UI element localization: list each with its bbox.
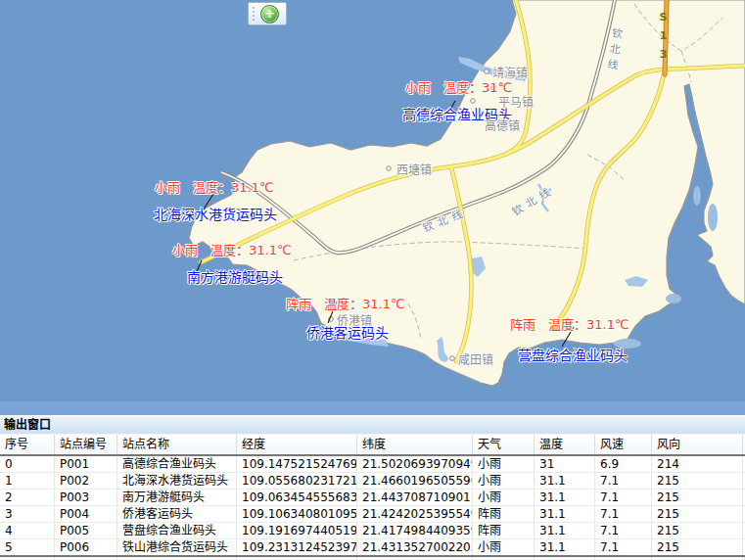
table-cell: 7.1 <box>595 539 652 555</box>
table-cell: 0 <box>0 456 55 472</box>
table-cell: 7.1 <box>595 523 652 538</box>
table-cell: 31 <box>535 456 595 472</box>
table-cell: 21.4660196505596 <box>357 473 473 489</box>
table-cell: 北海深水港货运码头 <box>117 473 237 489</box>
table-cell: 高德综合渔业码头 <box>117 456 237 472</box>
column-header[interactable]: 温度 <box>535 435 595 454</box>
panel-splitter[interactable] <box>0 401 745 415</box>
table-cell: 营盘综合渔业码头 <box>117 523 237 538</box>
column-header[interactable]: 站点名称 <box>117 435 237 454</box>
table-cell: 31.1 <box>535 473 595 489</box>
table-cell: 4 <box>0 523 55 538</box>
table-cell: 21.5020693970949 <box>357 456 473 472</box>
table-row[interactable]: 2P003南万港游艇码头109.06345455568321.443708710… <box>0 490 745 506</box>
table-row[interactable]: 4P005营盘综合渔业码头109.19169744051921.41749844… <box>0 523 745 539</box>
table-row[interactable]: 1P002北海深水港货运码头109.05568023172121.4660196… <box>0 473 745 490</box>
table-cell: 31.1 <box>535 539 595 555</box>
table-cell: P001 <box>55 456 117 472</box>
table-cell: 7.1 <box>595 506 652 522</box>
toolbar-grip-handle[interactable] <box>250 6 257 22</box>
column-header[interactable]: 经度 <box>237 435 357 454</box>
table-cell: 阵雨 <box>473 523 535 538</box>
table-cell: 109.147521524769 <box>237 456 357 472</box>
column-header[interactable]: 风速 <box>595 435 652 454</box>
table-cell: 3 <box>0 506 55 522</box>
table-cell: P004 <box>55 506 117 522</box>
table-cell: 7.1 <box>595 473 652 489</box>
table-cell: P002 <box>55 473 117 489</box>
table-cell: 1 <box>0 473 55 489</box>
column-header[interactable]: 纬度 <box>357 435 473 454</box>
table-cell: 小雨 <box>473 456 535 472</box>
table-cell: P005 <box>55 523 117 538</box>
table-cell: 215 <box>652 490 743 505</box>
table-cell: 215 <box>652 473 743 489</box>
map-svg[interactable] <box>0 0 745 401</box>
table-cell: 109.055680231721 <box>237 473 357 489</box>
map-toolbar: + <box>248 2 287 25</box>
map-canvas[interactable]: 小雨 温度：31℃ 小雨 温度：31.1℃ 小雨 温度：31.1℃ 阵雨 温度：… <box>0 0 745 401</box>
output-panel: 输出窗口 序号 站点编号 站点名称 经度 纬度 天气 温度 风速 风向 0P00… <box>0 415 745 560</box>
table-row[interactable]: 0P001高德综合渔业码头109.14752152476921.50206939… <box>0 456 745 473</box>
table-cell: 109.063454555683 <box>237 490 357 505</box>
table-cell: P006 <box>55 539 117 555</box>
table-cell: 铁山港综合货运码头 <box>117 539 237 555</box>
table-cell: 215 <box>652 523 743 538</box>
table-cell: 2 <box>0 490 55 505</box>
table-cell: 215 <box>652 539 743 555</box>
column-header[interactable]: 风向 <box>652 435 743 454</box>
table-cell: 109.231312452397 <box>237 539 357 555</box>
table-cell: 31.1 <box>535 506 595 522</box>
table-cell: 小雨 <box>473 473 535 489</box>
table-cell: 21.4242025395549 <box>357 506 473 522</box>
column-header[interactable]: 天气 <box>473 435 535 454</box>
table-cell: 小雨 <box>473 490 535 505</box>
table-row[interactable]: 5P006铁山港综合货运码头109.23131245239721.4313527… <box>0 539 745 557</box>
output-panel-title: 输出窗口 <box>0 415 745 435</box>
app-window: 小雨 温度：31℃ 小雨 温度：31.1℃ 小雨 温度：31.1℃ 阵雨 温度：… <box>0 0 745 560</box>
table-cell: 阵雨 <box>473 506 535 522</box>
table-cell: 109.106340801095 <box>237 506 357 522</box>
table-cell: 7.1 <box>595 490 652 505</box>
table-header-row: 序号 站点编号 站点名称 经度 纬度 天气 温度 风速 风向 <box>0 435 745 456</box>
table-cell: 侨港客运码头 <box>117 506 237 522</box>
table-cell: 31.1 <box>535 523 595 538</box>
column-header[interactable]: 站点编号 <box>55 435 117 454</box>
table-cell: P003 <box>55 490 117 505</box>
table-cell: 21.4174984409359 <box>357 523 473 538</box>
table-cell: 214 <box>652 456 743 472</box>
add-station-button[interactable]: + <box>260 5 279 23</box>
table-row[interactable]: 3P004侨港客运码头109.10634080109521.4242025395… <box>0 506 745 523</box>
table-cell: 215 <box>652 506 743 522</box>
table-cell: 109.191697440519 <box>237 523 357 538</box>
table-cell: 6.9 <box>595 456 652 472</box>
table-cell: 小雨 <box>473 539 535 555</box>
table-cell: 5 <box>0 539 55 555</box>
table-cell: 21.4437087109011 <box>357 490 473 505</box>
table-body: 0P001高德综合渔业码头109.14752152476921.50206939… <box>0 456 745 557</box>
table-cell: 31.1 <box>535 490 595 505</box>
column-header[interactable]: 序号 <box>0 435 55 454</box>
table-cell: 南万港游艇码头 <box>117 490 237 505</box>
table-cell: 21.4313527002203 <box>357 539 473 555</box>
